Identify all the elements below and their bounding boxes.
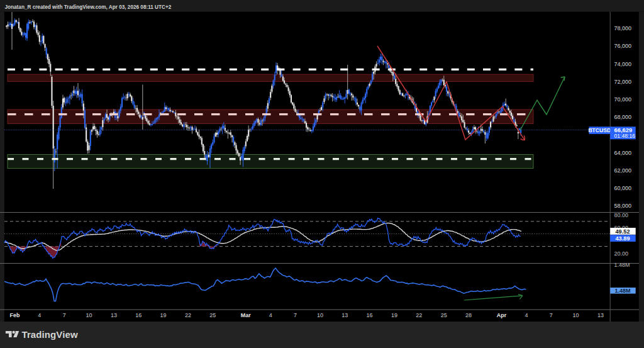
svg-text:13: 13 xyxy=(597,312,604,318)
svg-text:1.48M: 1.48M xyxy=(614,262,630,268)
svg-text:10: 10 xyxy=(86,312,92,318)
svg-text:78,000: 78,000 xyxy=(614,25,632,31)
svg-text:Feb: Feb xyxy=(9,312,20,318)
svg-text:25: 25 xyxy=(209,312,216,318)
svg-text:62,000: 62,000 xyxy=(614,167,632,174)
svg-text:60,000: 60,000 xyxy=(614,185,632,191)
svg-text:4: 4 xyxy=(38,312,41,318)
svg-text:70,000: 70,000 xyxy=(614,96,632,103)
svg-text:76,000: 76,000 xyxy=(614,43,632,49)
svg-text:13: 13 xyxy=(111,312,117,318)
svg-text:72,000: 72,000 xyxy=(614,79,632,85)
svg-text:01:48:16: 01:48:16 xyxy=(614,133,636,139)
svg-text:16: 16 xyxy=(367,312,373,318)
svg-text:Jonatan_R created with Trading: Jonatan_R created with TradingView.com, … xyxy=(5,4,172,10)
svg-text:20.00: 20.00 xyxy=(614,250,629,257)
svg-text:7: 7 xyxy=(294,312,297,318)
svg-text:28: 28 xyxy=(465,312,472,318)
svg-text:10: 10 xyxy=(573,312,579,318)
svg-text:74,000: 74,000 xyxy=(614,61,632,67)
svg-text:22: 22 xyxy=(185,312,191,318)
svg-text:7: 7 xyxy=(63,312,66,318)
svg-text:49.52: 49.52 xyxy=(616,228,630,235)
svg-text:4: 4 xyxy=(525,312,528,318)
svg-text:43.89: 43.89 xyxy=(616,235,630,242)
svg-text:22: 22 xyxy=(416,312,422,318)
svg-text:4: 4 xyxy=(269,312,272,318)
svg-text:58,000: 58,000 xyxy=(614,203,632,209)
svg-text:64,000: 64,000 xyxy=(614,150,632,156)
svg-text:16: 16 xyxy=(135,312,142,318)
svg-text:10: 10 xyxy=(317,312,323,318)
svg-text:7: 7 xyxy=(550,312,553,318)
svg-text:Mar: Mar xyxy=(241,312,252,318)
svg-text:BTCUSD: BTCUSD xyxy=(588,127,611,133)
svg-text:19: 19 xyxy=(160,312,167,318)
svg-text:Apr: Apr xyxy=(497,312,507,318)
svg-text:68,000: 68,000 xyxy=(614,114,632,120)
svg-text:80.00: 80.00 xyxy=(614,212,629,218)
svg-text:19: 19 xyxy=(391,312,397,318)
svg-text:13: 13 xyxy=(341,312,348,318)
svg-text:25: 25 xyxy=(441,312,447,318)
svg-text:1.48M: 1.48M xyxy=(614,288,630,294)
svg-text:TradingView: TradingView xyxy=(22,329,78,340)
